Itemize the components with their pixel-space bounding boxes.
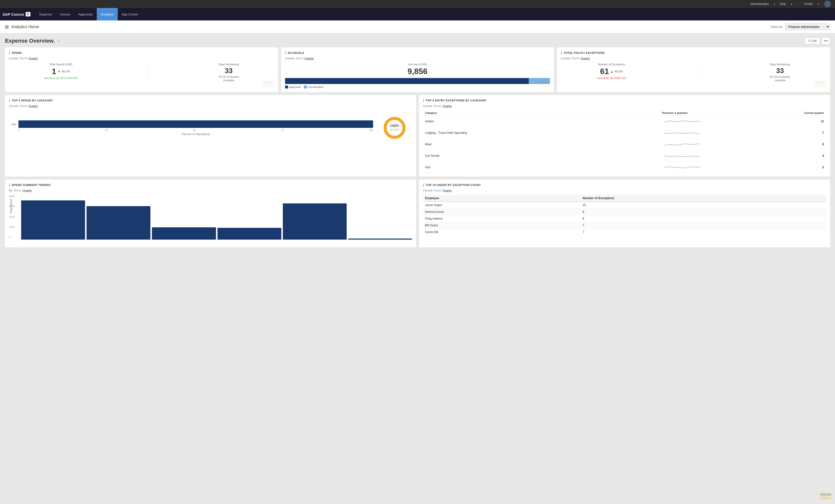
policy-info-icon: ℹ	[561, 51, 562, 55]
grid-icon: ⊞	[5, 24, 9, 30]
profile-link[interactable]: Profile	[804, 2, 813, 6]
total-spend-value: 1 ▼ 98.3%	[44, 67, 78, 76]
approved-label: Approved	[289, 85, 301, 88]
accruals-card-header: ℹ ACCRUALS	[285, 51, 550, 55]
spend-trends-quarter-link[interactable]: Quarter	[22, 189, 32, 192]
users-row: Carrie Dill 7	[423, 229, 826, 235]
accruals-watermark: 💳	[538, 78, 551, 90]
unsubmitted-label: Unsubmitted	[308, 85, 323, 88]
sparkline-svg	[662, 163, 699, 170]
top10-users-current-label: Current:	[423, 189, 433, 192]
nav-expense[interactable]: Expense	[36, 8, 56, 20]
top5-spend-month-link[interactable]: Month	[20, 104, 28, 107]
policy-watermark: 💳	[815, 78, 827, 90]
exception-category: Gas	[423, 162, 660, 173]
policy-quarter-link[interactable]: Quarter	[581, 57, 590, 60]
xaxis-50: 50	[193, 129, 196, 132]
spend-trends-month-link[interactable]: Month	[14, 189, 22, 192]
spend-month-link[interactable]: Month	[20, 57, 28, 60]
policy-trend-pct: 96.8%	[614, 70, 623, 73]
star-icon[interactable]: ★	[57, 39, 60, 43]
accruals-quarter-link[interactable]: Quarter	[305, 57, 314, 60]
middle-row: ℹ TOP 5 SPEND BY CATEGORY Current: Month…	[5, 95, 830, 176]
spend-quarter-link[interactable]: Quarter	[28, 57, 38, 60]
users-row: Bill Guest 7	[423, 222, 826, 229]
title-actions: ✎ Edit •••	[805, 37, 830, 44]
nav-invoice[interactable]: Invoice	[56, 8, 74, 20]
top10-users-quarter-link[interactable]: Quarter	[443, 189, 452, 192]
page-title-block: Expense Overview. ★	[5, 38, 60, 44]
svg-text:$1 of $1: $1 of $1	[391, 128, 399, 131]
user-employee: Devina Kumar	[423, 209, 581, 215]
help-link[interactable]: Help	[780, 2, 786, 6]
exception-value: 7	[701, 127, 826, 139]
bar-row-gas: Gas	[9, 120, 373, 128]
accruals-current-label: Current:	[285, 57, 295, 60]
bar-approved	[285, 78, 529, 84]
exceptions-table-header: Category Previous 4 quarters Current qua…	[423, 110, 826, 115]
days-remaining-block: Days Remaining 33 64.1% of quarter compl…	[219, 63, 239, 82]
unsubmitted-dot	[304, 85, 307, 88]
exception-value: 4	[701, 150, 826, 162]
yaxis-8000: 8000	[9, 195, 15, 198]
top5-spend-current-label: Current:	[9, 104, 19, 107]
accruals-card-title: ACCRUALS	[288, 51, 304, 54]
sparkline-svg	[662, 129, 699, 136]
more-button[interactable]: •••	[822, 37, 830, 44]
spend-bar	[152, 227, 216, 239]
top5-exceptions-header: ℹ TOP 5 ENTRY EXCEPTIONS BY CATEGORY	[423, 99, 826, 102]
exception-category: Airfare	[423, 115, 660, 127]
col-employee: Employee	[423, 195, 581, 202]
spend-metrics-row: Total Spend (USD) 1 ▼ 98.3% less than Q2…	[9, 63, 274, 82]
spend-trends-subtitle: By: Month Quarter	[9, 189, 412, 192]
accruals-value-block: Accruals (USD) 9,856	[285, 63, 550, 76]
exception-sparkline	[660, 115, 701, 127]
svg-point-1	[385, 119, 404, 137]
yaxis-2000: 2000	[9, 226, 15, 229]
top5-spend-quarter-link[interactable]: Quarter	[28, 104, 38, 107]
top5-exceptions-quarter-link[interactable]: Quarter	[443, 104, 452, 107]
pipe-separator: |	[774, 2, 775, 6]
view-as-select[interactable]: Finance Administrator	[785, 23, 830, 30]
spend-sub: less than Q2 2018 (60USD)	[44, 77, 78, 80]
accruals-value: 9,856	[285, 67, 550, 76]
nav-app-center[interactable]: App Center	[118, 8, 142, 20]
view-as-section: View As: Finance Administrator	[771, 23, 830, 30]
top5-exceptions-month-link[interactable]: Month	[434, 104, 442, 107]
nav-approvals[interactable]: Approvals	[74, 8, 97, 20]
policy-days-label: Days Remaining	[770, 63, 790, 66]
top10-users-title: TOP 10 USERS BY EXCEPTION COUNT	[426, 184, 481, 186]
user-count: 7	[581, 229, 826, 235]
accruals-card: ℹ ACCRUALS Current: Month Quarter Accrua…	[281, 47, 554, 92]
user-employee: Carrie Dill	[423, 229, 581, 235]
exceptions-block: Number of Exceptions 61 ▲ 96.8% more tha…	[597, 63, 626, 80]
user-count: 7	[581, 222, 826, 229]
user-count: 8	[581, 215, 826, 222]
divider	[148, 63, 148, 82]
policy-month-link[interactable]: Month	[572, 57, 579, 60]
top5-exceptions-info-icon: ℹ	[423, 99, 424, 102]
top10-users-card: ℹ TOP 10 USERS BY EXCEPTION COUNT Curren…	[419, 180, 830, 247]
sparkline-svg	[662, 117, 699, 125]
edit-button[interactable]: ✎ Edit	[805, 38, 820, 44]
administration-link[interactable]: Administration	[750, 2, 769, 6]
exceptions-row: Meal 6	[423, 139, 826, 150]
exception-sparkline	[660, 162, 701, 173]
bar-gas	[18, 120, 373, 128]
page-title-row: Expense Overview. ★ ✎ Edit •••	[5, 37, 830, 44]
legend-approved: Approved	[285, 85, 301, 88]
top10-users-month-link[interactable]: Month	[434, 189, 442, 192]
top5-spend-subtitle: Current: Month Quarter	[9, 104, 412, 107]
top5-exceptions-subtitle: Current: Month Quarter	[423, 104, 826, 107]
spend-bar	[348, 238, 412, 239]
exceptions-row: Gas 2	[423, 162, 826, 173]
spend-card-header: ℹ SPEND	[9, 51, 274, 55]
nav-analytics[interactable]: Analytics	[97, 8, 118, 20]
accruals-month-link[interactable]: Month	[296, 57, 304, 60]
spend-trends-card: ℹ SPEND SUMMARY TRENDS By: Month Quarter…	[5, 180, 416, 247]
user-employee: Greg Harkins	[423, 215, 581, 222]
edit-label: Edit	[812, 39, 817, 43]
total-spend-label: Total Spend (USD)	[44, 63, 78, 66]
exceptions-row: Lodging - Track Hotel Spending 7	[423, 127, 826, 139]
col-prev: Previous 4 quarters	[660, 110, 701, 115]
